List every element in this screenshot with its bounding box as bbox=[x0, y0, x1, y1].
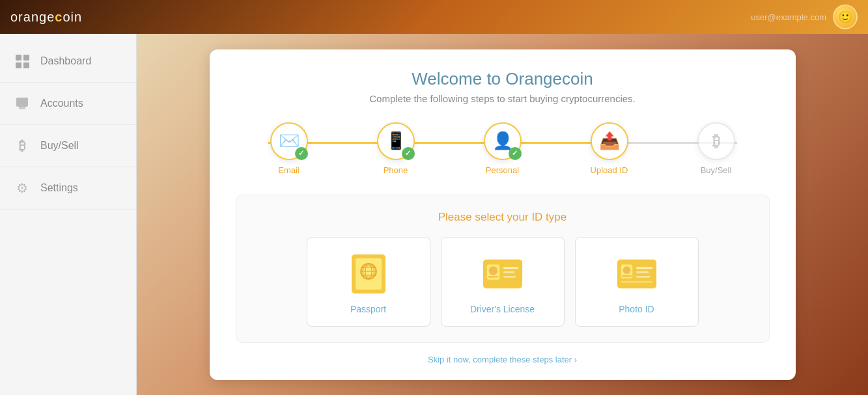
svg-rect-15 bbox=[503, 271, 514, 273]
step-phone: 📱 ✓ Phone bbox=[343, 122, 449, 175]
check-personal: ✓ bbox=[509, 147, 522, 160]
sidebar-label-settings: Settings bbox=[40, 182, 78, 194]
settings-icon: ⚙ bbox=[13, 179, 31, 197]
sidebar-label-accounts: Accounts bbox=[40, 98, 83, 109]
sidebar-item-dashboard[interactable]: Dashboard bbox=[0, 40, 136, 83]
step-circle-phone: 📱 ✓ bbox=[377, 122, 415, 160]
step-circle-email: ✉️ ✓ bbox=[270, 122, 308, 160]
step-circle-buysell: ₿ bbox=[697, 122, 735, 160]
step-label-personal: Personal bbox=[486, 165, 519, 175]
progress-steps: ✉️ ✓ Email 📱 ✓ Phone 👤 bbox=[236, 122, 770, 175]
buysell-icon: ₿ bbox=[13, 137, 31, 155]
id-option-license[interactable]: Driver's License bbox=[441, 237, 565, 327]
svg-rect-22 bbox=[636, 271, 649, 273]
card-title: Welcome to Orangecoin bbox=[236, 69, 770, 89]
id-option-passport[interactable]: Passport bbox=[307, 237, 430, 327]
svg-point-12 bbox=[488, 266, 497, 275]
sidebar-item-buysell[interactable]: ₿ Buy/Sell bbox=[0, 125, 136, 167]
id-selection-panel: Please select your ID type bbox=[236, 195, 770, 343]
id-option-photo-id[interactable]: Photo ID bbox=[575, 237, 699, 327]
sidebar-label-buysell: Buy/Sell bbox=[40, 140, 79, 152]
step-upload-id: 📤 Upload ID bbox=[556, 122, 663, 175]
avatar[interactable]: 🙂 bbox=[833, 5, 858, 29]
top-navbar: orangecoin user@example.com 🙂 bbox=[0, 0, 868, 34]
svg-rect-24 bbox=[621, 280, 652, 282]
svg-rect-16 bbox=[503, 275, 515, 277]
sidebar-label-dashboard: Dashboard bbox=[40, 55, 91, 67]
license-icon bbox=[482, 253, 524, 295]
photo-id-label: Photo ID bbox=[619, 304, 654, 314]
photo-id-icon bbox=[616, 253, 658, 295]
logo: orangecoin bbox=[10, 10, 82, 25]
check-phone: ✓ bbox=[402, 147, 415, 160]
accounts-icon bbox=[13, 94, 31, 113]
sidebar-item-settings[interactable]: ⚙ Settings bbox=[0, 167, 136, 210]
dashboard-icon bbox=[13, 52, 31, 70]
svg-rect-23 bbox=[636, 275, 650, 277]
step-label-upload-id: Upload ID bbox=[591, 165, 628, 175]
user-area: user@example.com 🙂 bbox=[751, 5, 858, 29]
svg-rect-14 bbox=[503, 267, 518, 269]
main-content: Welcome to Orangecoin Complete the follo… bbox=[137, 34, 868, 395]
svg-rect-0 bbox=[16, 98, 28, 107]
step-label-phone: Phone bbox=[384, 165, 408, 175]
skip-link[interactable]: Skip it now, complete these steps later … bbox=[236, 355, 770, 364]
svg-rect-21 bbox=[636, 267, 652, 269]
step-circle-personal: 👤 ✓ bbox=[484, 122, 522, 160]
sidebar: Dashboard Accounts ₿ Buy/Sell ⚙ Setting bbox=[0, 34, 137, 395]
step-email: ✉️ ✓ Email bbox=[236, 122, 343, 175]
step-label-buysell: Buy/Sell bbox=[701, 165, 732, 175]
step-circle-upload-id: 📤 bbox=[591, 122, 628, 160]
id-options: Passport bbox=[252, 237, 753, 327]
svg-rect-20 bbox=[621, 275, 632, 277]
card-subtitle: Complete the following steps to start bu… bbox=[236, 93, 770, 104]
svg-rect-1 bbox=[19, 107, 25, 109]
passport-icon bbox=[348, 253, 389, 295]
main-layout: Dashboard Accounts ₿ Buy/Sell ⚙ Setting bbox=[0, 34, 868, 395]
user-email: user@example.com bbox=[751, 12, 826, 22]
svg-rect-13 bbox=[488, 275, 498, 277]
passport-label: Passport bbox=[350, 304, 386, 314]
svg-point-19 bbox=[623, 266, 630, 274]
check-email: ✓ bbox=[295, 147, 308, 160]
step-buysell: ₿ Buy/Sell bbox=[663, 122, 770, 175]
license-label: Driver's License bbox=[470, 304, 535, 314]
welcome-card: Welcome to Orangecoin Complete the follo… bbox=[210, 49, 796, 380]
id-panel-title: Please select your ID type bbox=[252, 211, 753, 224]
step-label-email: Email bbox=[278, 165, 300, 175]
step-personal: 👤 ✓ Personal bbox=[449, 122, 556, 175]
sidebar-item-accounts[interactable]: Accounts bbox=[0, 83, 136, 125]
